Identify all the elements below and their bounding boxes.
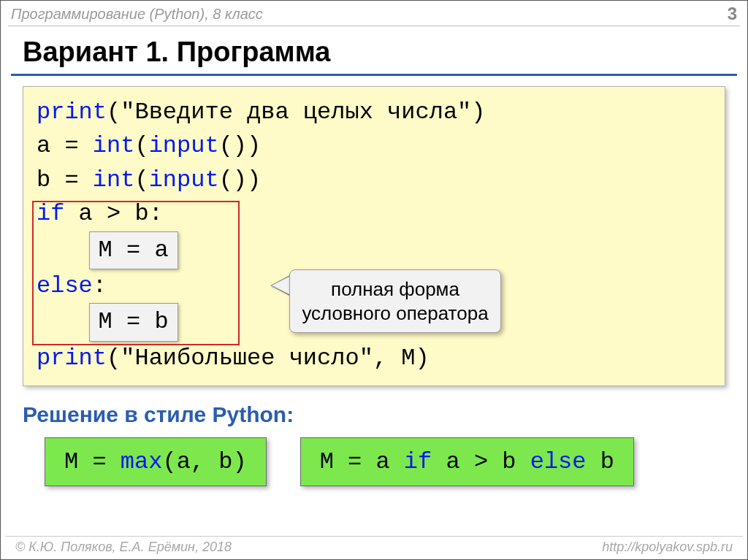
code-line-5: M = a bbox=[37, 231, 711, 269]
green-box-max: M = max(a, b) bbox=[45, 437, 267, 486]
callout-box: полная форма условного оператора bbox=[289, 269, 501, 333]
footer-bar: © К.Ю. Поляков, Е.А. Ерёмин, 2018 http:/… bbox=[5, 536, 743, 555]
breadcrumb: Программирование (Python), 8 класс bbox=[11, 6, 263, 23]
pythonic-row: M = max(a, b) M = a if a > b else b bbox=[45, 437, 703, 486]
keyword-int: int bbox=[93, 132, 135, 159]
code-line-3: b = int(input()) bbox=[37, 164, 711, 197]
keyword-print: print bbox=[37, 99, 107, 126]
code-line-4: if a > b: bbox=[37, 197, 711, 231]
keyword-max: max bbox=[121, 448, 163, 475]
header-bar: Программирование (Python), 8 класс 3 bbox=[1, 1, 747, 26]
assign-box-a: M = a bbox=[89, 231, 178, 269]
title-underline bbox=[11, 74, 737, 76]
subheading: Решение в стиле Python: bbox=[23, 402, 725, 427]
code-line-8: print("Наибольшее число", M) bbox=[37, 342, 711, 375]
code-line-2: a = int(input()) bbox=[37, 129, 711, 163]
footer-url: http://kpolyakov.spb.ru bbox=[602, 540, 733, 555]
copyright: © К.Ю. Поляков, Е.А. Ерёмин, 2018 bbox=[15, 540, 232, 555]
slide: Программирование (Python), 8 класс 3 Вар… bbox=[0, 0, 748, 560]
header-rule bbox=[8, 26, 740, 26]
code-block: print("Введите два целых числа") a = int… bbox=[23, 86, 725, 386]
page-number: 3 bbox=[728, 4, 737, 24]
keyword-input: input bbox=[149, 132, 219, 159]
green-box-ternary: M = a if a > b else b bbox=[300, 437, 634, 486]
keyword-if: if bbox=[37, 200, 64, 227]
assign-box-b: M = b bbox=[89, 303, 178, 341]
keyword-else: else bbox=[530, 448, 587, 475]
keyword-if: if bbox=[404, 448, 432, 475]
keyword-int: int bbox=[93, 166, 135, 193]
keyword-print: print bbox=[37, 345, 107, 372]
code-line-1: print("Введите два целых числа") bbox=[37, 96, 711, 129]
keyword-input: input bbox=[149, 166, 219, 193]
keyword-else: else bbox=[37, 272, 93, 299]
slide-title: Вариант 1. Программа bbox=[1, 32, 747, 74]
